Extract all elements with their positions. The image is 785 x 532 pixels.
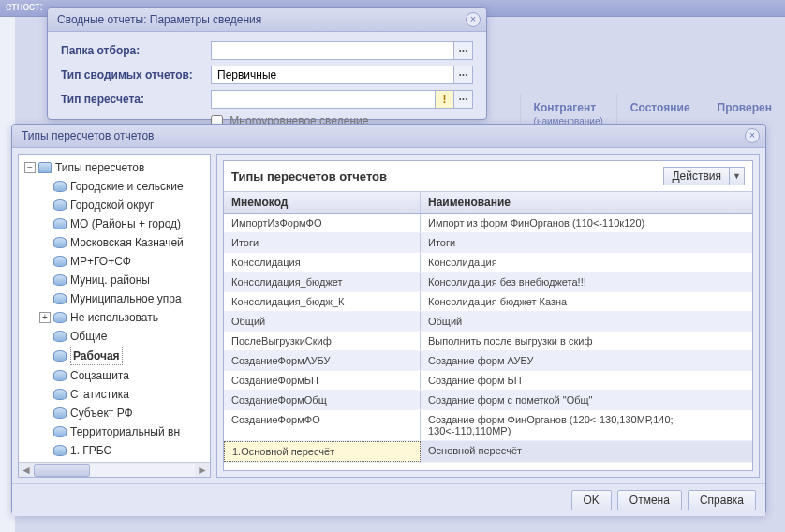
collapse-icon[interactable]: − xyxy=(24,162,36,173)
folder-icon xyxy=(53,218,67,229)
tree-item[interactable]: Соцзащита xyxy=(22,366,210,385)
folder-icon xyxy=(53,426,67,437)
close-icon[interactable]: × xyxy=(745,128,760,143)
cell-mnemo: СозданиеФормБП xyxy=(224,371,421,390)
tree-item[interactable]: Субъект РФ xyxy=(22,404,210,422)
folder-icon xyxy=(53,237,67,248)
table-row[interactable]: СозданиеФормФОСоздание форм ФинОрганов (… xyxy=(224,410,752,441)
tree-item[interactable]: Территориальный вн xyxy=(22,422,210,441)
cell-name: Консолидация бюджет Казна xyxy=(421,292,752,311)
dialog-footer: OK Отмена Справка xyxy=(12,483,765,516)
cell-name: Итоги xyxy=(421,233,752,252)
folder-icon xyxy=(53,181,67,192)
scroll-right-icon[interactable]: ► xyxy=(195,464,210,477)
ellipsis-icon[interactable]: ··· xyxy=(453,42,472,59)
tree-item[interactable]: 1. ГРБС xyxy=(22,441,210,460)
table-row[interactable]: СозданиеФормАУБУСоздание форм АУБУ xyxy=(224,351,752,371)
folder-icon xyxy=(53,370,67,381)
table-row[interactable]: Консолидация_бюдж_ККонсолидация бюджет К… xyxy=(224,292,752,312)
cell-name: Консолидация без внебюджета!!! xyxy=(421,273,752,291)
cell-mnemo: Консолидация_бюдж_К xyxy=(224,292,421,311)
folder-icon xyxy=(53,256,67,267)
h-scrollbar[interactable]: ◄ ► xyxy=(19,462,210,477)
col-name[interactable]: Наименование xyxy=(421,192,752,213)
table-row[interactable]: СозданиеФормОбщСоздание форм с пометкой … xyxy=(224,391,752,410)
input-type[interactable] xyxy=(212,66,453,83)
cell-name: Консолидация xyxy=(421,253,752,272)
dlg1-title-bar[interactable]: Сводные отчеты: Параметры сведения × xyxy=(48,8,486,32)
cell-mnemo: ПослеВыгрузкиСкиф xyxy=(224,332,421,350)
tree-item[interactable]: Статистика xyxy=(22,385,210,404)
folder-icon xyxy=(53,200,67,211)
cell-name: Создание форм с пометкой "Общ" xyxy=(421,391,752,409)
field-folder[interactable]: ··· xyxy=(211,41,473,60)
tree-item[interactable]: Рабочая xyxy=(22,346,210,366)
close-icon[interactable]: × xyxy=(466,12,481,27)
cell-name: Общий xyxy=(421,312,752,331)
tree-item[interactable]: Муниципальное упра xyxy=(22,289,210,308)
field-recalc[interactable]: ! ··· xyxy=(211,90,473,109)
cell-name: Создание форм ФинОрганов (120<-130,130МР… xyxy=(421,410,752,440)
expand-icon[interactable]: + xyxy=(39,312,51,323)
ellipsis-icon[interactable]: ··· xyxy=(453,91,472,108)
cell-mnemo: СозданиеФормАУБУ xyxy=(224,351,421,370)
table-row[interactable]: СозданиеФормБПСоздание форм БП xyxy=(224,371,752,391)
table-row[interactable]: ИмпортИзФормФОИмпорт из форм ФинОрганов … xyxy=(224,214,752,233)
cell-name: Основной пересчёт xyxy=(421,441,752,462)
table-row[interactable]: 1.Основной пересчётОсновной пересчёт xyxy=(224,441,752,463)
dialog-recalc-types: Типы пересчетов отчетов × −Типы пересчет… xyxy=(11,124,766,515)
tree-root[interactable]: Типы пересчетов xyxy=(55,159,144,176)
cell-name: Создание форм БП xyxy=(421,371,752,390)
table-row[interactable]: ОбщийОбщий xyxy=(224,312,752,332)
tree-item[interactable]: Городской округ xyxy=(22,196,210,214)
col-mnemo[interactable]: Мнемокод xyxy=(224,192,421,213)
table-row[interactable]: ПослеВыгрузкиСкифВыполнить после выгрузк… xyxy=(224,332,752,351)
table-row[interactable]: Консолидация_бюджетКонсолидация без внеб… xyxy=(224,273,752,292)
folder-icon xyxy=(53,389,67,400)
tree-item[interactable]: Муниц. районы xyxy=(22,271,210,289)
folder-icon xyxy=(53,445,67,456)
table-row[interactable]: КонсолидацияКонсолидация xyxy=(224,253,752,273)
cell-name: Выполнить после выгрузки в скиф xyxy=(421,332,752,350)
scroll-thumb[interactable] xyxy=(34,464,90,477)
tree-item[interactable]: Общие xyxy=(22,327,210,346)
folder-icon xyxy=(53,293,67,304)
scroll-left-icon[interactable]: ◄ xyxy=(19,464,34,477)
bg-col-0: Контрагент xyxy=(534,101,597,114)
pane-title: Типы пересчетов отчетов xyxy=(231,170,387,184)
input-recalc[interactable] xyxy=(212,91,435,108)
cell-mnemo: СозданиеФормФО xyxy=(224,410,421,440)
cancel-button[interactable]: Отмена xyxy=(617,490,682,510)
tree-item[interactable]: МР+ГО+СФ xyxy=(22,252,210,271)
tree-item[interactable]: +Не использовать xyxy=(22,308,210,327)
cell-name: Импорт из форм ФинОрганов (110<-110к120) xyxy=(421,214,752,232)
ellipsis-icon[interactable]: ··· xyxy=(453,66,472,83)
tree-item[interactable]: МО (Районы + город) xyxy=(22,214,210,233)
folder-icon xyxy=(38,162,52,173)
folder-icon xyxy=(53,274,67,286)
cell-mnemo: СозданиеФормОбщ xyxy=(224,391,421,409)
field-type[interactable]: ··· xyxy=(211,66,473,84)
folder-icon xyxy=(53,407,67,419)
folder-icon xyxy=(53,331,67,342)
cell-mnemo: 1.Основной пересчёт xyxy=(224,441,421,462)
actions-button[interactable]: Действия ▼ xyxy=(663,167,745,185)
dlg2-title-bar[interactable]: Типы пересчетов отчетов × xyxy=(12,125,765,148)
folder-icon xyxy=(53,350,67,362)
chevron-down-icon[interactable]: ▼ xyxy=(729,168,744,185)
tree-item[interactable]: Городские и сельские xyxy=(22,177,210,196)
tree-item[interactable]: Московская Казначей xyxy=(22,233,210,252)
ok-button[interactable]: OK xyxy=(571,490,612,510)
folder-icon xyxy=(53,312,67,323)
grid-header: Мнемокод Наименование xyxy=(224,191,752,214)
tree-pane[interactable]: −Типы пересчетовГородские и сельскиеГоро… xyxy=(18,154,211,478)
table-row[interactable]: ИтогиИтоги xyxy=(224,233,752,253)
cell-mnemo: Консолидация xyxy=(224,253,421,272)
cell-mnemo: Общий xyxy=(224,312,421,331)
input-folder[interactable] xyxy=(212,42,453,59)
label-folder: Папка отбора: xyxy=(61,44,211,57)
dlg2-title: Типы пересчетов отчетов xyxy=(22,129,154,142)
help-button[interactable]: Справка xyxy=(688,490,756,510)
label-type: Тип сводимых отчетов: xyxy=(61,68,211,81)
bg-title-frag: етност: xyxy=(0,0,43,13)
